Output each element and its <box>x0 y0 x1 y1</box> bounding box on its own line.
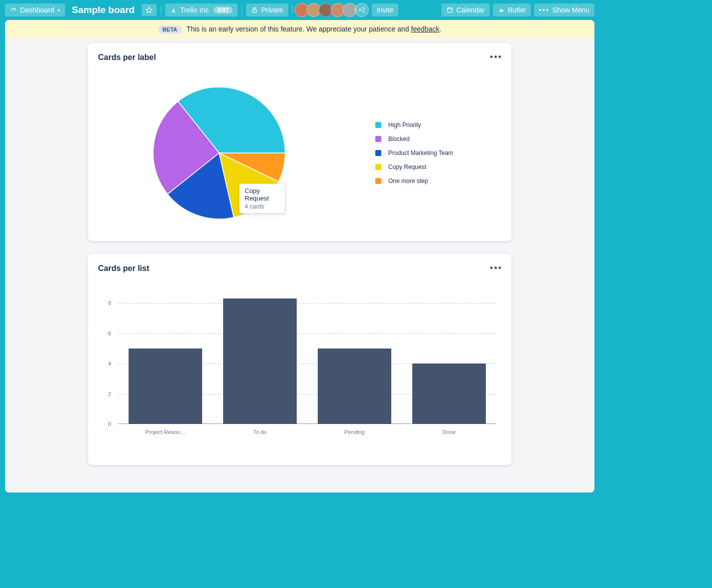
bar[interactable] <box>412 364 486 424</box>
legend-label: Copy Request <box>388 164 426 170</box>
y-tick-label: 4 <box>108 360 118 366</box>
legend-item[interactable]: One more step <box>375 178 453 184</box>
beta-banner: BETA This is an early version of this fe… <box>5 20 594 38</box>
team-name: Trello Inc <box>180 6 209 14</box>
butler-icon <box>498 6 505 14</box>
calendar-icon <box>446 6 453 14</box>
star-icon <box>146 6 153 14</box>
bar[interactable] <box>318 348 391 424</box>
pie-legend: High PriorityBlockedProduct Marketing Te… <box>375 122 453 184</box>
bar[interactable] <box>129 348 202 424</box>
divider <box>242 6 242 14</box>
y-tick-label: 8 <box>108 300 118 306</box>
svg-rect-1 <box>253 10 257 12</box>
legend-swatch <box>375 122 381 128</box>
chart-tooltip: Copy Request 4 cards <box>239 184 285 214</box>
view-switcher[interactable]: Dashboard ▾ <box>5 4 65 16</box>
svg-marker-0 <box>146 7 152 12</box>
pie-chart[interactable]: Copy Request 4 cards <box>153 87 285 219</box>
member-avatars[interactable]: +2 <box>297 3 369 17</box>
dashboard-icon <box>10 6 17 14</box>
legend-item[interactable]: Blocked <box>375 136 453 142</box>
invite-button[interactable]: Invite <box>372 4 398 16</box>
chart-card-cards-per-list: Cards per list ••• 02468 Project Resou…T… <box>88 254 511 465</box>
legend-label: Product Marketing Team <box>388 150 453 156</box>
chevron-down-icon: ▾ <box>58 8 60 13</box>
star-button[interactable] <box>142 4 157 16</box>
chart-title: Cards per list <box>98 264 501 273</box>
legend-item[interactable]: Product Marketing Team <box>375 150 453 156</box>
ellipsis-icon: ••• <box>539 6 549 14</box>
beta-badge: BETA <box>158 26 182 34</box>
bar[interactable] <box>223 298 297 424</box>
y-tick-label: 6 <box>108 330 118 336</box>
atlassian-icon <box>170 6 177 14</box>
calendar-button[interactable]: Calendar <box>441 4 490 16</box>
board-header: Dashboard ▾ Sample board Trello Inc ENT … <box>0 0 599 20</box>
avatar-overflow[interactable]: +2 <box>355 3 369 17</box>
team-button[interactable]: Trello Inc ENT <box>165 4 238 16</box>
legend-item[interactable]: Copy Request <box>375 164 453 170</box>
y-tick-label: 0 <box>108 421 118 427</box>
tooltip-subtitle: 4 cards <box>245 203 280 210</box>
divider <box>292 6 293 14</box>
legend-swatch <box>375 150 381 156</box>
y-tick-label: 2 <box>108 391 118 397</box>
butler-button[interactable]: Butler <box>493 4 531 16</box>
board-title[interactable]: Sample board <box>68 4 139 16</box>
legend-label: High Priority <box>388 122 421 128</box>
legend-item[interactable]: High Priority <box>375 122 453 128</box>
chart-card-cards-per-label: Cards per label ••• Copy Request 4 cards… <box>88 43 511 241</box>
x-tick-label: Done <box>402 429 496 435</box>
x-tick-label: Pending <box>307 429 402 435</box>
privacy-button[interactable]: Private <box>246 4 288 16</box>
legend-swatch <box>375 164 381 170</box>
tooltip-title: Copy Request <box>245 187 280 202</box>
feedback-link[interactable]: feedback <box>411 25 439 33</box>
legend-swatch <box>375 178 381 184</box>
svg-rect-2 <box>447 8 452 12</box>
card-menu-button[interactable]: ••• <box>490 52 502 62</box>
team-badge: ENT <box>214 6 233 14</box>
bar-chart[interactable]: 02468 <box>118 288 496 424</box>
view-switcher-label: Dashboard <box>20 6 55 14</box>
show-menu-button[interactable]: ••• Show Menu <box>534 4 594 16</box>
privacy-label: Private <box>261 6 283 14</box>
banner-text: This is an early version of this feature… <box>187 25 411 33</box>
card-menu-button[interactable]: ••• <box>490 263 502 274</box>
dashboard-content: BETA This is an early version of this fe… <box>5 20 594 492</box>
chart-title: Cards per label <box>98 53 501 62</box>
divider <box>161 6 161 14</box>
dashboard-scroll[interactable]: Cards per label ••• Copy Request 4 cards… <box>5 38 594 490</box>
x-tick-label: Project Resou… <box>118 429 213 435</box>
legend-label: One more step <box>388 178 428 184</box>
legend-label: Blocked <box>388 136 410 142</box>
legend-swatch <box>375 136 381 142</box>
lock-icon <box>251 6 258 14</box>
x-tick-label: To do <box>213 429 307 435</box>
